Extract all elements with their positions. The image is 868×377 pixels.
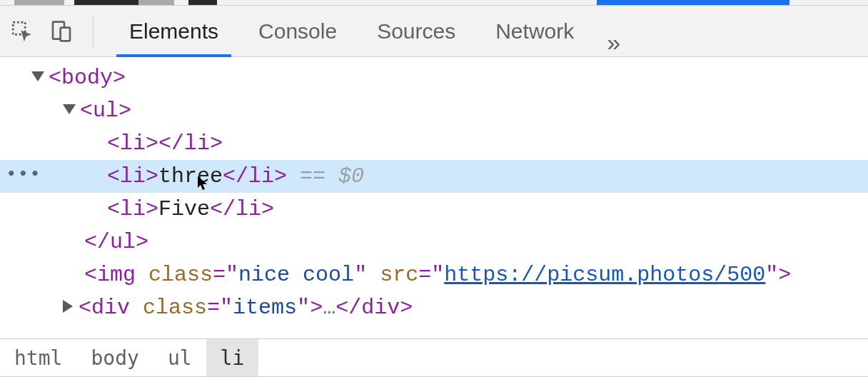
- dom-node-li-five[interactable]: <li>Five</li>: [0, 193, 868, 226]
- dom-node-li-three[interactable]: <li>three</li> == $0: [0, 160, 868, 193]
- tab-label: Sources: [377, 19, 455, 44]
- tabs-overflow-icon[interactable]: »: [594, 29, 635, 56]
- breadcrumb-bar: html body ul li: [0, 338, 868, 377]
- tab-network[interactable]: Network: [475, 6, 594, 56]
- inspect-element-icon[interactable]: [10, 19, 34, 44]
- window-edge-stub: [0, 0, 868, 6]
- devtools-tabs: Elements Console Sources Network »: [109, 6, 858, 56]
- dom-node-ul[interactable]: <ul>: [0, 94, 868, 127]
- breadcrumb-html[interactable]: html: [0, 339, 76, 376]
- img-src-link[interactable]: https://picsum.photos/500: [444, 258, 765, 292]
- devtools-toolbar: Elements Console Sources Network »: [0, 6, 868, 57]
- mouse-cursor-icon: [197, 176, 208, 191]
- console-reference-marker: == $0: [287, 160, 364, 193]
- dom-node-div-items[interactable]: <div class="items">…</div>: [0, 291, 868, 324]
- disclosure-triangle-icon[interactable]: [31, 71, 44, 81]
- tab-sources[interactable]: Sources: [357, 6, 475, 56]
- breadcrumb-ul[interactable]: ul: [153, 339, 206, 376]
- dom-node-img[interactable]: <img class="nice cool" src="https://pics…: [0, 258, 868, 291]
- tab-elements[interactable]: Elements: [109, 6, 238, 56]
- tab-label: Console: [258, 19, 337, 44]
- device-toggle-icon[interactable]: [50, 19, 73, 44]
- disclosure-triangle-icon[interactable]: [63, 104, 76, 114]
- elements-dom-tree[interactable]: <body> <ul> <li></li> ••• <li>three</li>…: [0, 57, 868, 338]
- selected-node-indicator: •••: [6, 160, 41, 188]
- breadcrumb-body[interactable]: body: [76, 339, 153, 376]
- dom-node-ul-close[interactable]: </ul>: [0, 226, 868, 258]
- svg-rect-2: [61, 27, 70, 41]
- tab-console[interactable]: Console: [238, 6, 357, 56]
- dom-node-body[interactable]: <body>: [0, 61, 868, 94]
- disclosure-triangle-icon[interactable]: [63, 300, 73, 313]
- dom-node-li-empty[interactable]: <li></li>: [0, 127, 868, 160]
- breadcrumb-li[interactable]: li: [206, 339, 259, 376]
- tab-label: Elements: [129, 19, 218, 44]
- tab-label: Network: [495, 19, 574, 44]
